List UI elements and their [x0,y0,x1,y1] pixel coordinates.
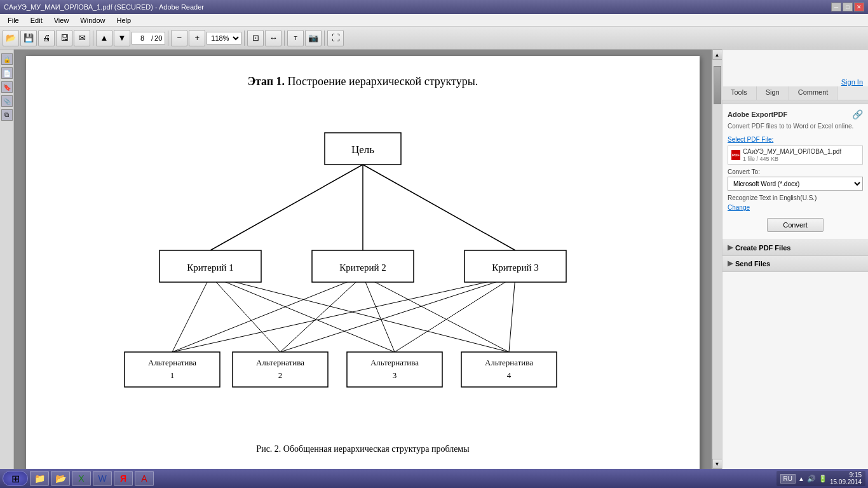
tab-sign[interactable]: Sign [757,86,789,100]
select-btn[interactable]: T [287,30,304,46]
menu-view[interactable]: View [49,15,74,25]
language-indicator[interactable]: RU [780,474,796,484]
tray-date-display: 15.09.2014 [830,478,862,485]
fullscreen-btn[interactable]: ⛶ [327,30,344,46]
tab-comment[interactable]: Comment [789,86,838,100]
svg-line-12 [280,276,515,352]
taskbar-word[interactable]: W [93,471,112,486]
yandex-icon: Я [120,473,126,484]
start-button[interactable]: ⊞ [3,471,28,486]
taskbar-excel[interactable]: X [72,471,91,486]
sidebar-bookmark-icon[interactable]: 🔖 [1,81,13,93]
system-tray: RU ▲ 🔊 🔋 9:15 15.09.2014 [776,471,865,486]
send-chevron-icon: ▶ [728,259,733,268]
scroll-down-btn[interactable]: ▼ [712,459,722,469]
open-btn[interactable]: 📂 [3,30,19,46]
page-separator: / [151,34,153,42]
svg-text:2: 2 [278,370,283,380]
menu-edit[interactable]: Edit [25,15,48,25]
create-section: ▶ Create PDF Files [722,240,868,256]
menu-help[interactable]: Help [111,15,136,25]
convert-button[interactable]: Convert [767,218,824,232]
heading-normal: Построение иерархической структуры. [285,75,478,88]
external-link-icon[interactable]: 🔗 [852,109,863,119]
svg-text:Критерий 3: Критерий 3 [492,262,539,273]
svg-line-5 [210,276,395,352]
scroll-thumb[interactable] [714,66,721,104]
close-btn[interactable]: ✕ [854,3,864,11]
svg-line-7 [172,276,363,352]
acrobat-icon: A [141,473,147,484]
send-section-header[interactable]: ▶ Send Files [722,256,868,271]
snapshot-btn[interactable]: 📷 [305,30,322,46]
taskbar: ⊞ 📁 📂 X W Я A RU ▲ 🔊 🔋 9:15 15.09.2014 [0,469,868,488]
create-section-title: Create PDF Files [735,244,790,252]
left-sidebar: 🔒 📄 🔖 📎 ⧉ [0,50,14,469]
sep1 [93,30,93,46]
adobe-desc: Convert PDF files to to Word or Excel on… [728,122,863,131]
fit-width-btn[interactable]: ↔ [265,30,281,46]
svg-line-13 [395,276,515,352]
pdf-file-icon: PDF [731,150,740,160]
svg-line-3 [172,276,210,352]
right-panel-tabs: Tools Sign Comment [722,86,868,100]
scrollbar: ▲ ▼ [712,50,722,469]
taskbar-explorer[interactable]: 📁 [30,471,49,486]
fit-page-btn[interactable]: ⊡ [247,30,264,46]
save-btn[interactable]: 💾 [20,30,37,46]
svg-line-14 [509,276,515,352]
minimize-btn[interactable]: ─ [831,3,841,11]
svg-text:Критерий 1: Критерий 1 [187,262,234,273]
email-btn[interactable]: ✉ [74,30,90,46]
pdf-page: Этап 1. Построение иерархической структу… [26,56,700,469]
print-setup-btn[interactable]: 🖨 [38,30,55,46]
svg-text:Альтернатива: Альтернатива [485,358,533,367]
excel-icon: X [78,473,84,484]
maximize-btn[interactable]: □ [843,3,853,11]
menu-bar: File Edit View Window Help [0,14,868,27]
svg-text:Цель: Цель [351,144,374,156]
save2-btn[interactable]: 🖫 [56,30,72,46]
svg-line-8 [280,276,363,352]
menu-window[interactable]: Window [75,15,110,25]
svg-text:Критерий 2: Критерий 2 [339,262,386,273]
sign-in-link[interactable]: Sign In [841,78,863,86]
svg-line-0 [210,165,363,250]
svg-line-2 [363,165,515,250]
zoom-out-btn[interactable]: − [171,30,187,46]
taskbar-files[interactable]: 📂 [51,471,70,486]
tab-tools[interactable]: Tools [722,86,757,100]
change-link[interactable]: Change [728,204,750,211]
taskbar-acrobat[interactable]: A [135,471,154,486]
zoom-select[interactable]: 118% 100% 75% 150% [207,32,241,44]
sidebar-layers-icon[interactable]: ⧉ [1,109,13,121]
menu-file[interactable]: File [3,15,24,25]
adobe-title-text: Adobe ExportPDF [728,111,787,118]
svg-text:Альтернатива: Альтернатива [370,358,419,367]
toolbar: 📂 💾 🖨 🖫 ✉ ▲ ▼ / 20 − + 118% 100% 75% 150… [0,27,868,50]
create-section-header[interactable]: ▶ Create PDF Files [722,240,868,255]
title-bar: САиУЭ_МУ_МАИ_ОРЛОВА_1.pdf (SECURED) - Ad… [0,0,868,14]
sidebar-attach-icon[interactable]: 📎 [1,95,13,107]
svg-text:Альтернатива: Альтернатива [256,358,304,367]
adobe-export-title-row: Adobe ExportPDF 🔗 [728,109,863,119]
sidebar-page-icon[interactable]: 📄 [1,67,13,79]
prev-page-btn[interactable]: ▲ [96,30,112,46]
diagram-svg: Цель Критерий 1 Критерий 2 Критерий 3 Ал… [109,107,617,438]
zoom-in-btn[interactable]: + [189,30,205,46]
taskbar-yandex[interactable]: Я [114,471,133,486]
scroll-track[interactable] [713,60,722,459]
tray-battery-icon: 🔋 [818,475,827,483]
next-page-btn[interactable]: ▼ [114,30,130,46]
page-total: 20 [154,34,162,42]
sidebar-lock-icon[interactable]: 🔒 [1,53,13,65]
convert-to-select[interactable]: Microsoft Word (*.docx) Microsoft Excel … [728,177,863,191]
file-info: САиУЭ_МУ_МАИ_ОРЛОВА_1.pdf 1 file / 445 K… [743,148,841,162]
page-input[interactable] [135,33,150,43]
svg-text:1: 1 [170,370,175,380]
export-section: ▼ Export PDF Files Adobe ExportPDF 🔗 Con… [722,90,868,240]
scroll-up-btn[interactable]: ▲ [712,50,722,60]
diagram-caption: Рис. 2. Обобщенная иерархическая структу… [256,444,469,454]
svg-text:Альтернатива: Альтернатива [148,358,196,367]
convert-to-label: Convert To: [728,168,863,175]
